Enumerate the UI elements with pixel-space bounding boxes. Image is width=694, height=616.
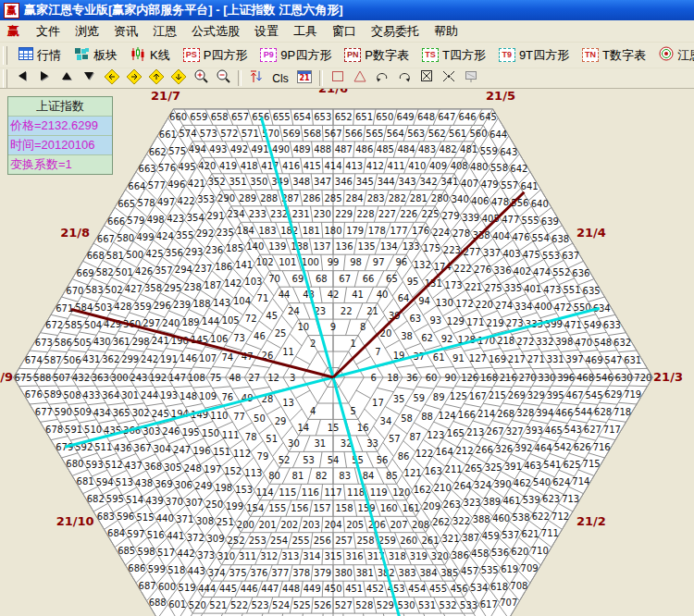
updown-arrows-button[interactable] [246,69,266,87]
diamond-right-button[interactable] [124,69,144,87]
diamond-down-button[interactable] [168,69,189,87]
menu-item-帮助[interactable]: 帮助 [427,21,465,42]
diamond-left-button[interactable] [102,69,122,87]
hex-cell-number: 668 [87,251,105,261]
hex-cell-number: 315 [324,551,341,561]
hex-cell-number: 503 [94,302,112,313]
zoom-out-button[interactable] [213,69,233,87]
hex-cell-number: 397 [566,354,584,364]
hex-cell-number: 652 [335,112,353,122]
hex-cell-number: 420 [198,161,216,171]
hex-cell-number: 4 [310,406,316,416]
hex-cell-number: 150 [202,428,219,438]
nav-right-button[interactable] [35,69,56,87]
hex-cell-number: 712 [551,511,569,522]
center-point-icon [441,69,456,87]
zoom-in-button[interactable] [191,69,211,87]
hex-cell-number: 143 [213,298,230,308]
toolbar-grip[interactable] [3,69,7,88]
hex-cell-number: 246 [162,426,180,437]
hex-cell-number: 663 [139,164,156,174]
quotes-button[interactable]: 行情 [14,45,66,66]
hex-cell-number: 517 [157,548,175,558]
hex-cell-number: 41 [352,290,364,300]
hex-cell-number: 575 [168,146,186,156]
board-tool-button[interactable] [461,69,481,87]
rotate-ccw-button[interactable] [372,69,392,87]
hex-cell-number: 686 [128,563,145,573]
menu-item-窗口[interactable]: 窗口 [325,21,364,42]
hex-cell-number: 318 [389,551,406,561]
menu-logo[interactable]: 赢 [7,23,19,40]
menu-item-资讯[interactable]: 资讯 [106,21,145,42]
diamond-up-button[interactable] [146,69,167,87]
hex-cell-number: 617 [480,599,498,610]
hex-cell-number: 256 [314,536,331,546]
hex-cell-number: 300 [111,373,129,383]
9p-square-button[interactable]: P99P四方形 [255,45,336,66]
xbox-tool-button[interactable] [416,69,437,87]
t-square-button[interactable]: TST四方形 [417,45,490,66]
menu-item-设置[interactable]: 设置 [247,21,286,42]
p-square-button[interactable]: PSP四方形 [179,45,253,66]
hex-cell-number: 547 [604,355,622,365]
hex-cell-number: 1 [351,339,356,349]
hex-cell-number: 579 [127,216,144,226]
square-tool-button[interactable] [328,69,348,87]
menu-item-工具[interactable]: 工具 [286,21,325,42]
hex-cell-number: 469 [585,355,602,365]
hex-cell-number: 228 [356,209,374,219]
hex-cell-number: 179 [346,226,364,236]
menu-item-江恩[interactable]: 江恩 [145,21,184,42]
hex-cell-number: 181 [303,226,320,236]
hex-cell-number: 518 [167,565,185,575]
hex-cell-number: 716 [593,442,611,452]
hex-cell-number: 12 [267,373,279,383]
hex-cell-number: 281 [410,193,428,203]
t-number-table-button[interactable]: TNT数字表 [577,45,651,66]
kline-button[interactable]: K线 [126,45,175,66]
cls-button-button[interactable]: Cls [268,69,292,87]
triangle-tool-button[interactable] [350,69,370,87]
menu-item-交易委托[interactable]: 交易委托 [364,21,427,42]
hex-cell-number: 681 [77,476,94,487]
hex-cell-number: 661 [159,129,177,140]
hex-cell-number: 38 [401,331,413,341]
hex-cell-number: 439 [145,496,163,506]
hex-cell-number: 529 [377,600,394,610]
menu-item-公式选股[interactable]: 公式选股 [184,21,247,42]
board-tool-icon [464,69,478,87]
hex-cell-number: 407 [461,179,478,189]
hex-cell-number: 111 [222,430,240,440]
hex-cell-number: 257 [335,536,353,546]
gann-hexagon-chart[interactable]: 1234567891011121314151617181920212223242… [0,0,694,616]
hex-cell-number: 582 [96,267,114,277]
nav-down-button[interactable] [80,69,100,87]
p-number-table-button[interactable]: PNP数字表 [340,45,414,66]
hex-cell-number: 587 [44,355,62,365]
toolbar-grip[interactable] [3,46,7,65]
hex-cell-number: 341 [440,177,458,187]
hex-cell-number: 100 [302,257,319,267]
menu-item-文件[interactable]: 文件 [29,21,68,42]
9t-square-button[interactable]: T99T四方形 [494,45,574,66]
hex-cell-number: 454 [408,584,426,594]
hex-cell-number: 82 [316,471,328,481]
calendar-button[interactable]: 21 [294,69,315,87]
hex-cell-number: 501 [116,267,133,277]
title-bar[interactable]: 赢 赢家江恩专业版[赢家内部服务平台] - [上证指数 江恩六角形] [0,0,694,20]
sectors-button[interactable]: 板块 [69,45,122,66]
hex-cell-number: 449 [304,584,321,594]
center-point-button[interactable] [439,69,459,87]
hex-cell-number: 219 [487,318,504,328]
gann-wheel-button[interactable]: 江恩轮 [654,44,694,66]
nav-up-button[interactable] [57,69,78,87]
hex-cell-number: 297 [143,318,160,328]
hex-cell-number: 230 [314,209,331,219]
menu-item-浏览[interactable]: 浏览 [68,21,106,42]
hex-cell-number: 305 [164,462,181,473]
nav-left-button[interactable] [13,69,33,87]
hex-cell-number: 312 [260,551,278,561]
rotate-cw-button[interactable] [394,69,415,87]
hex-cell-number: 536 [491,548,509,558]
